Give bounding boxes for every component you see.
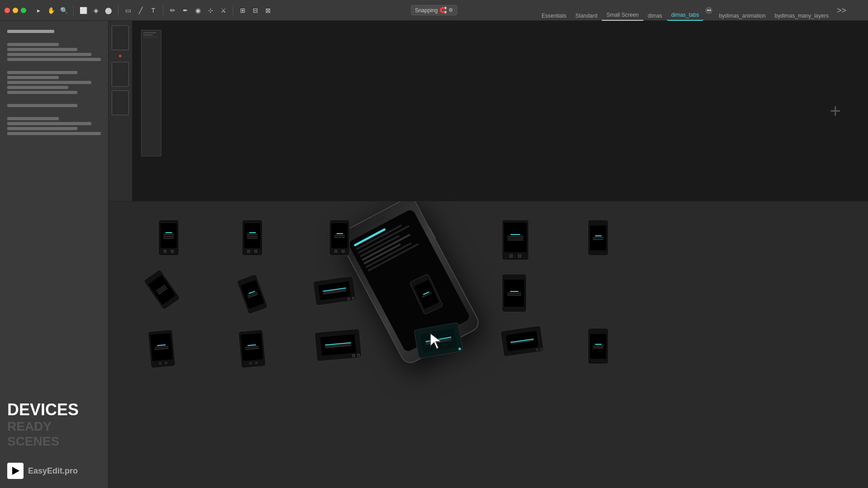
layer-bar [7, 30, 54, 33]
device-flat-1[interactable] [148, 329, 176, 368]
divider-4 [233, 5, 233, 16]
preview-thumb-1[interactable] [112, 25, 129, 50]
close-button[interactable] [5, 8, 10, 13]
device-landscape-1[interactable] [313, 276, 357, 306]
svg-marker-0 [12, 467, 19, 475]
tab-dimas[interactable]: dimas [643, 11, 667, 21]
canvas-area: + [108, 21, 868, 202]
tab-standard[interactable]: Standard [571, 11, 602, 21]
logo-icon [7, 463, 24, 479]
record-tool[interactable]: ⬤ [104, 5, 113, 15]
window-controls [5, 8, 26, 13]
pen-tool[interactable]: ✏ [168, 5, 178, 15]
preview-dot [119, 55, 122, 57]
divider-3 [163, 5, 163, 16]
device-card-4[interactable] [502, 220, 529, 260]
snapping-label: Snapping [415, 7, 438, 14]
eyedropper-tool[interactable]: ⊹ [206, 5, 216, 15]
snapping-button[interactable]: Snapping 🧲 ⚙ [411, 5, 458, 15]
toolbar: ▸ ✋ 🔍 ⬜ ◈ ⬤ ▭ ╱ T ✏ ✒ ◉ ⊹ ⚔ ⊞ ⊟ ⊠ Snappi… [0, 0, 868, 21]
device-card-3[interactable] [329, 220, 350, 256]
layer-group-5 [7, 117, 101, 137]
add-artboard-button[interactable]: + [830, 100, 841, 122]
layer-bar [7, 43, 59, 46]
device-tilted-2[interactable] [236, 274, 269, 315]
layer-bar [7, 71, 77, 74]
knife-tool[interactable]: ⚔ [218, 5, 228, 15]
layer-bar [7, 86, 68, 89]
layer-group-2 [7, 43, 101, 63]
fill-tool[interactable]: ◉ [193, 5, 203, 15]
device-card-6[interactable] [502, 274, 527, 312]
workspace-tabs: Essentials Standard Small Screen dimas d… [537, 0, 850, 21]
device-landscape-4[interactable] [500, 325, 544, 357]
layer-group-3 [7, 71, 101, 96]
layer-bar [7, 48, 77, 51]
device-tilted-1[interactable] [143, 269, 181, 310]
device-card-2[interactable] [242, 220, 263, 256]
logo-text: EasyEdit.pro [28, 466, 78, 476]
power-button [429, 227, 436, 240]
svg-marker-1 [430, 333, 441, 349]
device-flat-2[interactable] [238, 329, 266, 368]
tab-small-screen[interactable]: Small Screen [602, 10, 643, 21]
layer-bar [7, 117, 59, 120]
preview-panel [108, 21, 132, 201]
rectangle-tool[interactable]: ▭ [123, 5, 133, 15]
device-landscape-2[interactable] [314, 328, 362, 361]
line-tool[interactable]: ╱ [136, 5, 146, 15]
layer-bar [7, 122, 91, 125]
maximize-button[interactable] [21, 8, 26, 13]
layer-bar [7, 81, 91, 84]
screen-tool[interactable]: ⬜ [78, 5, 88, 15]
layer-bar [7, 132, 101, 135]
preview-thumb-2[interactable] [112, 62, 129, 87]
settings-icon: ⚙ [448, 7, 453, 13]
canvas-main[interactable]: + [132, 21, 868, 201]
layer-bar [7, 91, 77, 94]
tab-options-icon[interactable]: ••• [705, 7, 712, 14]
tab-dimas-tabs[interactable]: dimas_tabs [667, 10, 703, 21]
tab-bydimas-many-layers[interactable]: bydimas_many_layers [770, 11, 833, 21]
divider-2 [118, 5, 118, 16]
design-frame [141, 30, 161, 156]
select-tool[interactable]: ▸ [33, 5, 43, 15]
logo-area: EasyEdit.pro [7, 463, 101, 479]
layer-bar [7, 104, 77, 107]
layer-bar [7, 127, 77, 130]
device-card-7[interactable] [588, 328, 609, 364]
sidebar: DEVICES READY SCENES EasyEdit.pro [0, 21, 108, 488]
content-area: + [108, 21, 868, 488]
text-tool[interactable]: T [148, 5, 158, 15]
ready-scenes-label: READY SCENES [7, 419, 101, 449]
main-layout: DEVICES READY SCENES EasyEdit.pro [0, 21, 868, 488]
layer-bar [7, 53, 91, 56]
layer-bar [7, 58, 101, 61]
align-center-tool[interactable]: ⊟ [250, 5, 260, 15]
layer-group-1 [7, 30, 101, 35]
pencil-tool[interactable]: ✒ [180, 5, 190, 15]
hand-tool[interactable]: ✋ [46, 5, 56, 15]
align-left-tool[interactable]: ⊞ [238, 5, 248, 15]
minimize-button[interactable] [13, 8, 18, 13]
devices-area [108, 202, 868, 488]
devices-label: DEVICES [7, 401, 101, 419]
component-tool[interactable]: ◈ [91, 5, 101, 15]
tab-essentials[interactable]: Essentials [537, 11, 571, 21]
more-tabs-button[interactable]: >> [833, 0, 850, 21]
layer-bar [7, 76, 59, 79]
preview-thumb-3[interactable] [112, 90, 129, 115]
device-card-5[interactable] [588, 220, 609, 256]
tab-bydimas-animation[interactable]: bydimas_animation [714, 11, 770, 21]
device-card-1[interactable] [158, 220, 179, 256]
tab-underline [602, 20, 643, 21]
magnet-icon: 🧲 [439, 7, 447, 14]
align-right-tool[interactable]: ⊠ [263, 5, 273, 15]
layer-group-4 [7, 104, 101, 109]
divider-1 [73, 5, 74, 16]
zoom-tool[interactable]: 🔍 [59, 5, 69, 15]
cursor-pointer [429, 333, 443, 352]
play-icon [10, 466, 20, 476]
